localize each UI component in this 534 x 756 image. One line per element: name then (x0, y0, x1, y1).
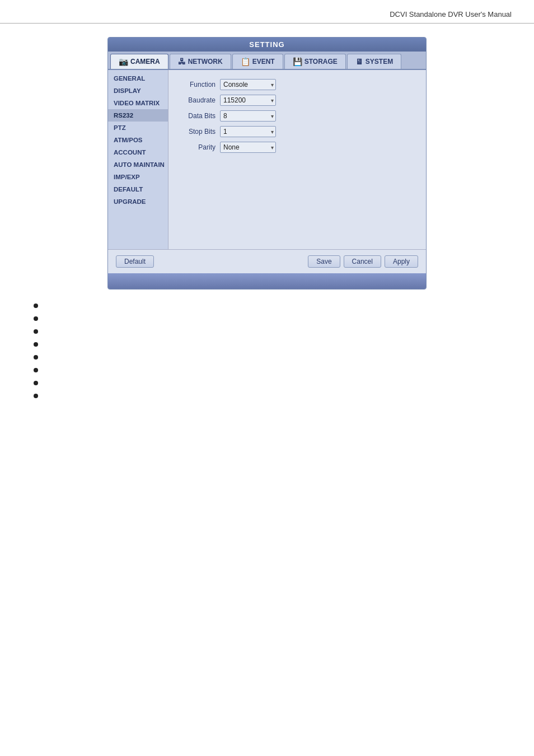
tab-bar: 📷 CAMERA 🖧 NETWORK 📋 EVENT 💾 STORAGE 🖥 S… (108, 52, 426, 70)
bullet-dot (34, 394, 38, 398)
bullet-item (34, 301, 500, 308)
data-bits-select[interactable]: 5 6 7 8 (220, 110, 276, 122)
stop-bits-select-wrapper: 1 2 (220, 126, 276, 137)
tab-storage[interactable]: 💾 STORAGE (284, 54, 346, 69)
data-bits-row: Data Bits 5 6 7 8 (180, 110, 415, 122)
parity-select[interactable]: None Odd Even (220, 142, 276, 153)
sidebar-item-atm-pos[interactable]: ATM/POS (108, 134, 168, 146)
network-icon: 🖧 (178, 57, 186, 66)
tab-event[interactable]: 📋 EVENT (232, 54, 283, 69)
bullet-dot (34, 368, 38, 372)
bullet-item (34, 326, 500, 334)
sidebar-item-upgrade[interactable]: UPGRADE (108, 195, 168, 208)
sidebar: GENERAL DISPLAY VIDEO MATRIX RS232 PTZ A… (108, 70, 168, 249)
tab-storage-label: STORAGE (305, 58, 338, 66)
baudrate-label: Baudrate (180, 96, 220, 104)
sidebar-item-rs232[interactable]: RS232 (108, 109, 168, 122)
main-panel: Function Console ATM/POS Protocol Baudra… (168, 70, 426, 249)
footer-bar (108, 273, 426, 289)
system-icon: 🖥 (355, 57, 363, 66)
sidebar-item-video-matrix[interactable]: VIDEO MATRIX (108, 97, 168, 109)
sidebar-item-display[interactable]: DISPLAY (108, 85, 168, 97)
bullet-dot (34, 355, 38, 360)
parity-row: Parity None Odd Even (180, 142, 415, 153)
storage-icon: 💾 (293, 57, 302, 66)
event-icon: 📋 (241, 57, 250, 66)
content-area: GENERAL DISPLAY VIDEO MATRIX RS232 PTZ A… (108, 70, 426, 249)
sidebar-item-account[interactable]: ACCOUNT (108, 146, 168, 158)
tab-system-label: SYSTEM (366, 58, 393, 66)
bullet-group-2 (34, 326, 500, 398)
bullet-dot (34, 329, 38, 334)
cancel-button[interactable]: Cancel (344, 255, 381, 268)
function-label: Function (180, 81, 220, 88)
function-row: Function Console ATM/POS Protocol (180, 79, 415, 90)
bullet-item (34, 378, 500, 385)
save-button[interactable]: Save (308, 255, 340, 268)
default-button[interactable]: Default (116, 255, 154, 268)
bullet-dot (34, 316, 38, 321)
bullet-dot (34, 342, 38, 347)
apply-button[interactable]: Apply (385, 255, 418, 268)
tab-camera[interactable]: 📷 CAMERA (110, 54, 168, 69)
stop-bits-select[interactable]: 1 2 (220, 126, 276, 137)
page-title: DCVI Standalone DVR User's Manual (390, 10, 512, 18)
page-header: DCVI Standalone DVR User's Manual (0, 0, 534, 24)
bullet-dot (34, 304, 38, 308)
sidebar-item-general[interactable]: GENERAL (108, 72, 168, 85)
baudrate-row: Baudrate 1200 2400 4800 9600 19200 38400… (180, 95, 415, 106)
tab-network-label: NETWORK (188, 58, 223, 66)
stop-bits-label: Stop Bits (180, 128, 220, 136)
parity-label: Parity (180, 143, 220, 151)
data-bits-select-wrapper: 5 6 7 8 (220, 110, 276, 122)
bullet-item (34, 314, 500, 321)
sidebar-item-ptz[interactable]: PTZ (108, 122, 168, 134)
sidebar-item-imp-exp[interactable]: IMP/EXP (108, 171, 168, 183)
button-bar: Default Save Cancel Apply (108, 249, 426, 273)
right-buttons: Save Cancel Apply (308, 255, 418, 268)
baudrate-select[interactable]: 1200 2400 4800 9600 19200 38400 57600 11… (220, 95, 276, 106)
baudrate-select-wrapper: 1200 2400 4800 9600 19200 38400 57600 11… (220, 95, 276, 106)
bullet-item (34, 352, 500, 360)
bullet-dot (34, 381, 38, 385)
left-buttons: Default (116, 255, 154, 268)
function-select-wrapper: Console ATM/POS Protocol (220, 79, 276, 90)
function-select[interactable]: Console ATM/POS Protocol (220, 79, 276, 90)
bullets-section (0, 290, 534, 415)
tab-event-label: EVENT (252, 58, 275, 66)
parity-select-wrapper: None Odd Even (220, 142, 276, 153)
bullet-group-1 (34, 301, 500, 321)
tab-camera-label: CAMERA (130, 58, 160, 66)
tab-system[interactable]: 🖥 SYSTEM (347, 54, 401, 69)
bullet-item (34, 339, 500, 347)
sidebar-item-default[interactable]: DEFAULT (108, 183, 168, 195)
sidebar-item-auto-maintain[interactable]: AUTO MAINTAIN (108, 158, 168, 171)
bullet-item (34, 365, 500, 372)
camera-icon: 📷 (119, 57, 128, 66)
setting-dialog: SETTING 📷 CAMERA 🖧 NETWORK 📋 EVENT 💾 STO… (107, 37, 427, 290)
data-bits-label: Data Bits (180, 112, 220, 120)
dialog-title: SETTING (108, 38, 426, 52)
tab-network[interactable]: 🖧 NETWORK (170, 54, 231, 69)
bullet-item (34, 391, 500, 398)
stop-bits-row: Stop Bits 1 2 (180, 126, 415, 137)
